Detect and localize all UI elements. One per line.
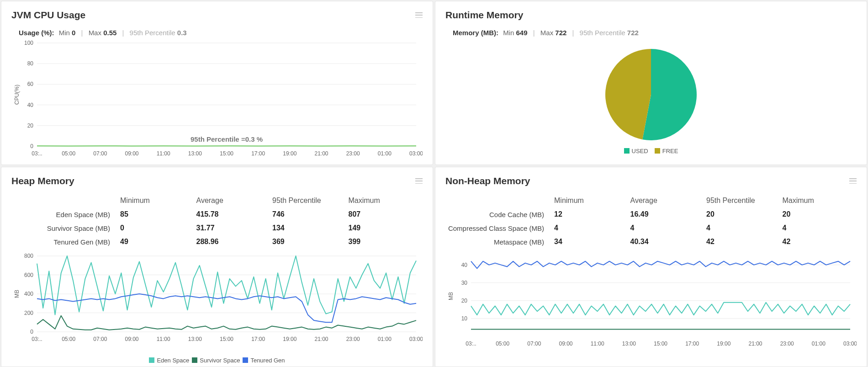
svg-text:20: 20: [461, 298, 468, 304]
svg-text:07:00: 07:00: [93, 336, 107, 342]
svg-text:CPU(%): CPU(%): [14, 85, 20, 105]
svg-text:30: 30: [461, 280, 468, 286]
svg-text:600: 600: [24, 272, 33, 278]
svg-text:19:00: 19:00: [283, 150, 296, 157]
svg-text:95th Percentile =0.3 %: 95th Percentile =0.3 %: [191, 135, 263, 143]
svg-text:10: 10: [461, 315, 468, 322]
svg-text:09:00: 09:00: [125, 336, 138, 342]
svg-text:13:00: 13:00: [188, 150, 202, 157]
svg-text:800: 800: [24, 253, 33, 259]
svg-text:23:00: 23:00: [346, 336, 360, 342]
table-row: Survivor Space (MB)031.77134149: [11, 221, 423, 235]
menu-icon[interactable]: [849, 178, 857, 184]
svg-text:MB: MB: [14, 290, 20, 298]
chart-nonheap: 1020304003:..05:0007:0009:0011:0013:0015…: [435, 253, 867, 367]
heap-legend: Eden Space Survivor Space Tenured Gen: [1, 357, 433, 367]
svg-text:20: 20: [27, 122, 34, 129]
svg-text:11:00: 11:00: [591, 340, 604, 347]
svg-text:100: 100: [24, 40, 33, 46]
panel-jvm-cpu: JVM CPU Usage Usage (%): Min 0 | Max 0.5…: [1, 1, 433, 165]
panel-heap-memory: Heap Memory Minimum Average 95th Percent…: [1, 167, 433, 367]
table-row: Compressed Class Space (MB)4444: [445, 221, 857, 235]
svg-text:200: 200: [24, 310, 33, 316]
svg-text:15:00: 15:00: [220, 336, 233, 342]
table-row: Metaspace (MB)3440.344242: [445, 235, 857, 249]
svg-text:01:00: 01:00: [378, 336, 392, 342]
svg-text:80: 80: [27, 60, 34, 67]
chart-runtime-pie: USED FREE: [435, 38, 867, 165]
svg-text:03:00: 03:00: [843, 340, 857, 347]
svg-text:0: 0: [30, 329, 33, 335]
menu-icon[interactable]: [415, 12, 423, 18]
nonheap-stats-table: Minimum Average 95th Percentile Maximum …: [435, 191, 867, 253]
svg-text:11:00: 11:00: [157, 150, 170, 157]
svg-text:09:00: 09:00: [559, 340, 572, 347]
svg-text:05:00: 05:00: [62, 336, 75, 342]
svg-text:21:00: 21:00: [314, 150, 328, 157]
svg-text:01:00: 01:00: [812, 340, 826, 347]
stat-summary: Usage (%): Min 0 | Max 0.55 | 95th Perce…: [1, 25, 433, 38]
svg-text:21:00: 21:00: [748, 340, 762, 347]
svg-text:17:00: 17:00: [251, 150, 265, 157]
table-row: Code Cache (MB)1216.492020: [445, 207, 857, 221]
svg-text:19:00: 19:00: [717, 340, 730, 347]
panel-title: Runtime Memory: [445, 10, 523, 21]
svg-text:03:..: 03:..: [32, 336, 42, 342]
table-row: Eden Space (MB)85415.78746807: [11, 207, 423, 221]
svg-text:23:00: 23:00: [780, 340, 794, 347]
svg-text:15:00: 15:00: [220, 150, 233, 157]
stat-summary: Memory (MB): Min 649 | Max 722 | 95th Pe…: [435, 25, 867, 38]
svg-text:03:..: 03:..: [466, 340, 476, 347]
svg-text:40: 40: [461, 262, 468, 268]
menu-icon[interactable]: [415, 178, 423, 184]
svg-text:01:00: 01:00: [378, 150, 392, 157]
svg-text:40: 40: [27, 102, 34, 108]
svg-text:03:00: 03:00: [409, 150, 423, 157]
legend-free: FREE: [655, 148, 678, 154]
svg-text:05:00: 05:00: [496, 340, 509, 347]
panel-runtime-memory: Runtime Memory Memory (MB): Min 649 | Ma…: [435, 1, 867, 165]
panel-title: JVM CPU Usage: [11, 10, 85, 21]
svg-text:07:00: 07:00: [527, 340, 541, 347]
svg-text:0: 0: [30, 143, 33, 149]
svg-text:60: 60: [27, 81, 34, 87]
svg-text:23:00: 23:00: [346, 150, 360, 157]
svg-text:17:00: 17:00: [251, 336, 265, 342]
svg-text:05:00: 05:00: [62, 150, 75, 157]
svg-text:17:00: 17:00: [685, 340, 699, 347]
svg-text:13:00: 13:00: [188, 336, 202, 342]
table-row: Tenured Gen (MB)49288.96369399: [11, 235, 423, 249]
svg-text:11:00: 11:00: [157, 336, 170, 342]
panel-title: Heap Memory: [11, 176, 74, 186]
svg-text:09:00: 09:00: [125, 150, 138, 157]
legend-used: USED: [624, 148, 648, 154]
svg-text:13:00: 13:00: [622, 340, 636, 347]
chart-jvm-cpu: 02040608010003:..05:0007:0009:0011:0013:…: [1, 38, 433, 165]
heap-stats-table: Minimum Average 95th Percentile Maximum …: [1, 191, 433, 253]
chart-heap: 020040060080003:..05:0007:0009:0011:0013…: [1, 253, 433, 357]
swatch-free: [655, 148, 660, 154]
svg-text:19:00: 19:00: [283, 336, 296, 342]
svg-text:400: 400: [24, 291, 33, 297]
svg-text:03:..: 03:..: [32, 150, 42, 157]
panel-nonheap-memory: Non-Heap Memory Minimum Average 95th Per…: [435, 167, 867, 367]
pie-slice-free[interactable]: [605, 49, 651, 139]
swatch-used: [624, 148, 630, 154]
panel-title: Non-Heap Memory: [445, 176, 530, 186]
svg-text:15:00: 15:00: [654, 340, 667, 347]
svg-text:03:00: 03:00: [409, 336, 423, 342]
svg-text:07:00: 07:00: [93, 150, 107, 157]
svg-text:MB: MB: [448, 292, 454, 300]
svg-text:21:00: 21:00: [314, 336, 328, 342]
